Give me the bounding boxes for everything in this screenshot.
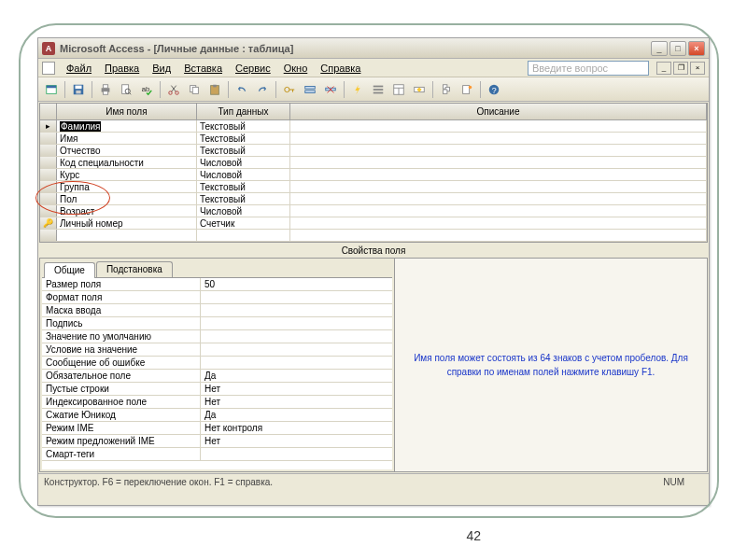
properties-button[interactable]: [389, 80, 408, 99]
menu-insert[interactable]: Вставка: [178, 61, 228, 76]
mdi-close-button[interactable]: ×: [690, 62, 705, 75]
cell-field-desc[interactable]: [290, 145, 707, 156]
cell-field-name[interactable]: Личный номер: [57, 217, 197, 229]
row-selector[interactable]: [40, 169, 57, 180]
menu-help[interactable]: Справка: [315, 61, 366, 76]
property-row[interactable]: Обязательное полеДа: [42, 370, 392, 383]
menu-window[interactable]: Окно: [278, 61, 314, 76]
property-row[interactable]: Режим предложений IMEНет: [42, 435, 392, 448]
table-row[interactable]: ГруппаТекстовый: [40, 181, 707, 193]
cell-field-type[interactable]: Текстовый: [197, 193, 290, 204]
cell-field-desc[interactable]: [290, 157, 707, 168]
mdi-restore-button[interactable]: ❐: [673, 62, 688, 75]
cell-field-type[interactable]: [197, 230, 290, 241]
table-row[interactable]: КурсЧисловой: [40, 169, 707, 181]
property-value[interactable]: 50: [201, 278, 392, 290]
cell-field-desc[interactable]: [290, 133, 707, 144]
build-button[interactable]: [410, 80, 429, 99]
row-selector[interactable]: [40, 145, 57, 156]
cell-field-name[interactable]: Имя: [57, 133, 197, 144]
cell-field-desc[interactable]: [290, 193, 707, 204]
table-row[interactable]: ОтчествоТекстовый: [40, 145, 707, 157]
property-value[interactable]: Да: [201, 409, 392, 421]
tab-lookup[interactable]: Подстановка: [96, 261, 173, 277]
property-row[interactable]: Подпись: [42, 317, 392, 330]
row-selector[interactable]: [40, 157, 57, 168]
property-value[interactable]: Нет: [201, 383, 392, 395]
insert-rows-button[interactable]: [301, 80, 319, 99]
property-value[interactable]: Нет: [201, 435, 392, 447]
cell-field-type[interactable]: Текстовый: [197, 120, 290, 132]
cell-field-desc[interactable]: [290, 217, 707, 229]
undo-button[interactable]: [233, 80, 251, 99]
cell-field-type[interactable]: Числовой: [197, 157, 290, 168]
cell-field-type[interactable]: Текстовый: [197, 133, 290, 144]
property-value[interactable]: Нет контроля: [201, 422, 392, 434]
lightning-button[interactable]: [348, 80, 367, 99]
cell-field-type[interactable]: Текстовый: [197, 145, 290, 156]
property-row[interactable]: Размер поля50: [42, 278, 392, 291]
view-button[interactable]: [42, 80, 61, 99]
menu-tools[interactable]: Сервис: [230, 61, 276, 76]
property-value[interactable]: Да: [201, 370, 392, 382]
cell-field-type[interactable]: Числовой: [197, 169, 290, 180]
db-window-button[interactable]: [437, 80, 456, 99]
cut-button[interactable]: [164, 80, 183, 99]
table-row[interactable]: ИмяТекстовый: [40, 133, 707, 145]
property-row[interactable]: Индексированное полеНет: [42, 396, 392, 409]
cell-field-name[interactable]: Курс: [57, 169, 197, 180]
property-value[interactable]: [201, 330, 392, 343]
col-header-name[interactable]: Имя поля: [57, 104, 197, 119]
cell-field-desc[interactable]: [290, 230, 707, 241]
cell-field-name[interactable]: [57, 230, 197, 241]
cell-field-name[interactable]: Фамилия: [57, 120, 197, 132]
property-row[interactable]: Формат поля: [42, 291, 392, 304]
col-header-type[interactable]: Тип данных: [197, 104, 290, 119]
cell-field-type[interactable]: Числовой: [197, 205, 290, 217]
menu-file[interactable]: Файл: [61, 61, 97, 76]
property-row[interactable]: Смарт-теги: [42, 448, 392, 461]
print-button[interactable]: [96, 80, 115, 99]
cell-field-desc[interactable]: [290, 169, 707, 180]
mdi-minimize-button[interactable]: _: [656, 62, 671, 75]
redo-button[interactable]: [253, 80, 272, 99]
property-row[interactable]: Режим IMEНет контроля: [42, 422, 392, 435]
property-row[interactable]: Сжатие ЮникодДа: [42, 409, 392, 422]
close-button[interactable]: ×: [688, 41, 705, 56]
tab-general[interactable]: Общие: [44, 262, 95, 278]
property-value[interactable]: [201, 448, 392, 460]
table-row[interactable]: ВозрастЧисловой: [40, 205, 707, 217]
table-row[interactable]: [40, 230, 707, 242]
table-row[interactable]: ▸ФамилияТекстовый: [40, 120, 707, 133]
menu-edit[interactable]: Правка: [99, 61, 145, 76]
property-value[interactable]: [201, 343, 392, 356]
copy-button[interactable]: [185, 80, 204, 99]
property-value[interactable]: [201, 317, 392, 329]
save-button[interactable]: [69, 80, 88, 99]
minimize-button[interactable]: _: [651, 41, 668, 56]
row-selector[interactable]: [40, 181, 57, 192]
cell-field-name[interactable]: Возраст: [57, 205, 197, 217]
rows-button[interactable]: [369, 80, 388, 99]
property-value[interactable]: [201, 357, 392, 369]
paste-button[interactable]: [205, 80, 224, 99]
menu-view[interactable]: Вид: [147, 61, 176, 76]
property-row[interactable]: Пустые строкиНет: [42, 383, 392, 396]
key-button[interactable]: [280, 80, 299, 99]
delete-rows-button[interactable]: [321, 80, 340, 99]
cell-field-name[interactable]: Группа: [57, 181, 197, 192]
row-selector[interactable]: 🔑: [40, 217, 57, 229]
table-row[interactable]: 🔑Личный номерСчетчик: [40, 217, 707, 230]
property-value[interactable]: [201, 304, 392, 316]
table-row[interactable]: ПолТекстовый: [40, 193, 707, 205]
cell-field-desc[interactable]: [290, 205, 707, 217]
new-object-button[interactable]: [458, 80, 476, 99]
property-row[interactable]: Значение по умолчанию: [42, 330, 392, 343]
cell-field-desc[interactable]: [290, 120, 707, 132]
property-row[interactable]: Условие на значение: [42, 343, 392, 357]
field-grid[interactable]: Имя поля Тип данных Описание ▸ФамилияТек…: [39, 103, 708, 243]
table-row[interactable]: Код специальностиЧисловой: [40, 157, 707, 169]
row-selector[interactable]: [40, 230, 57, 241]
cell-field-type[interactable]: Счетчик: [197, 217, 290, 229]
property-row[interactable]: Сообщение об ошибке: [42, 357, 392, 370]
